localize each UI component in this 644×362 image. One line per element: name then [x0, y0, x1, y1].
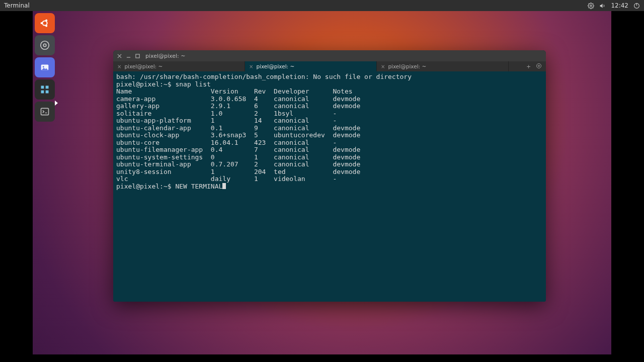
svg-point-21	[538, 65, 540, 67]
volume-icon[interactable]	[599, 3, 606, 9]
tab-label: pixel@pixel: ~	[124, 63, 163, 69]
svg-point-6	[45, 19, 47, 21]
svg-point-7	[45, 25, 47, 27]
svg-point-22	[537, 64, 541, 68]
terminal-tab-1[interactable]: × pixel@pixel: ~	[245, 61, 377, 71]
terminal-tabbar: × pixel@pixel: ~ × pixel@pixel: ~ × pixe…	[113, 61, 546, 71]
letterbox-left	[0, 11, 33, 362]
window-minimize-button[interactable]	[125, 53, 131, 59]
launcher	[33, 11, 57, 122]
terminal-window: pixel@pixel: ~ × pixel@pixel: ~ × pixel@…	[113, 50, 546, 302]
window-titlebar[interactable]: pixel@pixel: ~	[113, 50, 546, 61]
launcher-terminal-icon[interactable]	[35, 102, 55, 122]
settings-gear-icon[interactable]	[588, 3, 594, 9]
window-title: pixel@pixel: ~	[145, 53, 186, 59]
tab-close-icon[interactable]: ×	[249, 64, 253, 69]
letterbox-bottom	[0, 354, 644, 362]
tab-label: pixel@pixel: ~	[256, 63, 294, 69]
svg-rect-12	[41, 86, 44, 89]
launcher-gallery-icon[interactable]	[35, 57, 55, 77]
launcher-settings-icon[interactable]	[35, 35, 55, 55]
launcher-active-arrow-icon	[55, 101, 58, 106]
svg-rect-14	[41, 90, 44, 94]
terminal-output[interactable]: bash: /usr/share/bash-completion/bash_co…	[113, 71, 546, 302]
svg-point-9	[41, 41, 49, 50]
terminal-tab-0[interactable]: × pixel@pixel: ~	[113, 61, 245, 71]
svg-point-5	[41, 22, 43, 24]
tab-label: pixel@pixel: ~	[388, 63, 426, 69]
svg-point-8	[43, 44, 46, 47]
terminal-cursor	[222, 183, 226, 189]
window-maximize-button[interactable]	[134, 53, 140, 59]
top-panel: Terminal 12:42	[0, 0, 644, 11]
svg-rect-13	[46, 86, 49, 89]
svg-rect-16	[41, 108, 49, 115]
launcher-tiles-icon[interactable]	[35, 79, 55, 100]
panel-app-name: Terminal	[4, 2, 30, 9]
tab-settings-button[interactable]	[536, 63, 542, 70]
tab-close-icon[interactable]: ×	[117, 64, 121, 69]
letterbox-right	[611, 11, 644, 362]
svg-point-11	[43, 66, 44, 68]
session-icon[interactable]	[633, 3, 640, 9]
window-close-button[interactable]	[116, 53, 122, 59]
svg-point-0	[590, 5, 592, 6]
new-tab-button[interactable]: +	[526, 63, 531, 69]
launcher-ubuntu-icon[interactable]	[35, 13, 55, 33]
terminal-tab-2[interactable]: × pixel@pixel: ~	[377, 61, 509, 71]
svg-rect-20	[135, 54, 139, 57]
tab-close-icon[interactable]: ×	[381, 64, 385, 69]
clock[interactable]: 12:42	[611, 2, 628, 9]
svg-rect-15	[46, 90, 49, 94]
